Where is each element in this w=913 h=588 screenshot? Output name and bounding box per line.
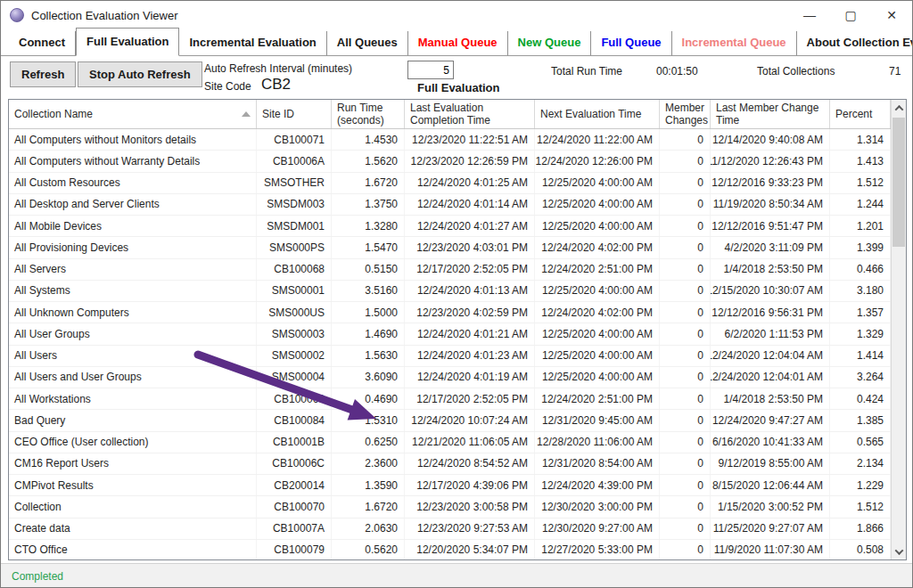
table-row[interactable]: Bad QueryCB1000841.531012/24/2020 10:07:… <box>9 410 891 431</box>
table-row[interactable]: CollectionCB1000701.672012/23/2020 3:00:… <box>9 496 891 518</box>
cell-run-time-seconds: 1.3750 <box>332 194 405 215</box>
scroll-up-icon[interactable] <box>892 100 906 116</box>
tab-manual-queue[interactable]: Manual Queue <box>408 31 508 55</box>
cell-site-id: SMS00002 <box>257 346 332 366</box>
cell-last-evaluation-completion-time: 12/23/2020 12:26:59 PM <box>405 151 535 171</box>
cell-last-member-change-time: 6/16/2020 10:41:33 AM <box>711 432 830 453</box>
cell-next-evaluation-time: 12/25/2020 4:00:00 AM <box>535 281 660 301</box>
cell-percent: 1.866 <box>830 519 891 539</box>
cell-site-id: CB10006C <box>257 453 332 474</box>
table-row[interactable]: CEO Office (User collection)CB10001B0.62… <box>9 432 891 453</box>
table-row[interactable]: All User GroupsSMS000031.469012/24/2020 … <box>9 323 891 345</box>
cell-member-changes: 0 <box>660 388 711 409</box>
sort-ascending-icon <box>242 111 251 117</box>
auto-refresh-interval-input[interactable] <box>407 61 454 79</box>
table-row[interactable]: All Desktop and Server ClientsSMSDM0031.… <box>9 194 891 216</box>
column-header-last-member-change-time[interactable]: Last Member Change Time <box>711 100 830 128</box>
table-row[interactable]: All Computers without Monitors detailsCB… <box>9 129 891 151</box>
cell-site-id: SMSDM001 <box>257 216 332 236</box>
tab-about-collection-evaluation[interactable]: About Collection Evaluation <box>797 31 913 55</box>
cell-collection-name: CTO Office <box>9 540 257 559</box>
stop-auto-refresh-button[interactable]: Stop Auto Refresh <box>78 61 202 87</box>
minimize-icon[interactable]: — <box>789 1 830 29</box>
table-row[interactable]: All SystemsSMS000013.516012/24/2020 4:01… <box>9 281 891 302</box>
tab-incremental-evaluation[interactable]: Incremental Evaluation <box>179 31 326 55</box>
cell-last-member-change-time: 12/12/2016 9:51:47 PM <box>711 216 830 236</box>
table-row[interactable]: All Users and User GroupsSMS000043.60901… <box>9 367 891 388</box>
cell-collection-name: All Users and User Groups <box>9 367 257 388</box>
cell-last-member-change-time: 8/15/2020 12:06:44 AM <box>711 475 830 495</box>
cell-percent: 1.244 <box>830 194 891 215</box>
column-header-label: Member Changes <box>665 102 708 127</box>
cell-site-id: SMS000US <box>257 302 332 323</box>
cell-member-changes: 0 <box>660 216 711 236</box>
cell-site-id: SMS00003 <box>257 323 332 344</box>
cell-member-changes: 0 <box>660 519 711 539</box>
tab-incremental-queue[interactable]: Incremental Queue <box>672 31 797 55</box>
cell-member-changes: 0 <box>660 475 711 495</box>
window-title: Collection Evaluation Viewer <box>31 9 178 22</box>
cell-site-id: SMSDM003 <box>257 194 332 215</box>
grid-body: All Computers without Monitors detailsCB… <box>9 129 891 559</box>
maximize-icon[interactable]: ▢ <box>830 1 871 29</box>
cell-run-time-seconds: 2.3600 <box>332 453 405 474</box>
table-row[interactable]: CM16 Report UsersCB10006C2.360012/24/202… <box>9 453 891 475</box>
column-header-last-evaluation-completion-time[interactable]: Last Evaluation Completion Time <box>405 100 535 128</box>
table-row[interactable]: All Computers without Warranty DetailsCB… <box>9 151 891 172</box>
column-header-member-changes[interactable]: Member Changes <box>660 100 711 128</box>
total-collections-value: 71 <box>889 65 901 78</box>
cell-last-evaluation-completion-time: 12/24/2020 4:01:23 AM <box>405 346 535 366</box>
tab-full-evaluation[interactable]: Full Evaluation <box>76 28 179 56</box>
cell-collection-name: CEO Office (User collection) <box>9 432 257 453</box>
table-row[interactable]: All Unknown ComputersSMS000US1.500012/23… <box>9 302 891 323</box>
total-run-time-value: 00:01:50 <box>656 65 698 78</box>
column-header-collection-name[interactable]: Collection Name <box>9 100 257 128</box>
cell-last-evaluation-completion-time: 12/24/2020 4:01:19 AM <box>405 367 535 388</box>
table-row[interactable]: All Custom ResourcesSMSOTHER1.672012/24/… <box>9 173 891 194</box>
cell-last-evaluation-completion-time: 12/17/2020 2:52:05 PM <box>405 388 535 409</box>
scrollbar-thumb[interactable] <box>892 118 905 247</box>
cell-collection-name: All Systems <box>9 281 257 301</box>
cell-percent: 1.229 <box>830 475 891 495</box>
table-row[interactable]: CMPivot ResultsCB2000141.359012/17/2020 … <box>9 475 891 496</box>
table-row[interactable]: All WorkstationsCB1000690.469012/17/2020… <box>9 388 891 410</box>
cell-last-member-change-time: 11/9/2020 11:07:30 AM <box>711 540 830 559</box>
vertical-scrollbar[interactable] <box>891 100 906 559</box>
cell-last-evaluation-completion-time: 12/24/2020 10:07:24 AM <box>405 410 535 430</box>
table-row[interactable]: All ServersCB1000680.515012/17/2020 2:52… <box>9 259 891 281</box>
cell-collection-name: Collection <box>9 496 257 517</box>
cell-percent: 1.414 <box>830 346 891 366</box>
cell-last-evaluation-completion-time: 12/20/2020 5:34:07 PM <box>405 540 535 559</box>
column-header-run-time-seconds[interactable]: Run Time (seconds) <box>332 100 405 128</box>
close-icon[interactable]: ✕ <box>871 1 912 29</box>
cell-last-member-change-time: 12/24/2020 12:04:04 AM <box>711 346 830 366</box>
cell-last-member-change-time: 4/2/2020 3:11:09 PM <box>711 237 830 257</box>
tab-new-queue[interactable]: New Queue <box>508 31 592 55</box>
column-header-next-evaluation-time[interactable]: Next Evaluation Time <box>535 100 660 128</box>
cell-last-evaluation-completion-time: 12/24/2020 4:01:25 AM <box>405 173 535 193</box>
table-row[interactable]: Create dataCB10007A2.063012/23/2020 9:27… <box>9 519 891 540</box>
table-row[interactable]: All Provisioning DevicesSMS000PS1.547012… <box>9 237 891 258</box>
table-row[interactable]: All Mobile DevicesSMSDM0011.328012/24/20… <box>9 216 891 237</box>
cell-member-changes: 0 <box>660 151 711 171</box>
column-header-site-id[interactable]: Site ID <box>257 100 332 128</box>
cell-site-id: CB200014 <box>257 475 332 495</box>
table-row[interactable]: CTO OfficeCB1000790.562012/20/2020 5:34:… <box>9 540 891 559</box>
title-bar: Collection Evaluation Viewer — ▢ ✕ <box>1 1 912 29</box>
tab-all-queues[interactable]: All Queues <box>327 31 408 55</box>
cell-percent: 1.512 <box>830 496 891 517</box>
cell-last-evaluation-completion-time: 12/24/2020 8:54:52 AM <box>405 453 535 474</box>
cell-run-time-seconds: 1.5310 <box>332 410 405 430</box>
cell-percent: 0.466 <box>830 259 891 280</box>
cell-run-time-seconds: 0.5150 <box>332 259 405 280</box>
refresh-button[interactable]: Refresh <box>10 61 76 87</box>
column-header-percent[interactable]: Percent <box>830 100 891 128</box>
cell-collection-name: All Users <box>9 346 257 366</box>
cell-percent: 2.134 <box>830 453 891 474</box>
scroll-down-icon[interactable] <box>892 543 906 559</box>
cell-last-evaluation-completion-time: 12/24/2020 4:01:13 AM <box>405 281 535 301</box>
tab-connect[interactable]: Connect <box>8 31 76 55</box>
table-row[interactable]: All UsersSMS000021.563012/24/2020 4:01:2… <box>9 346 891 367</box>
cell-last-evaluation-completion-time: 12/23/2020 4:02:59 PM <box>405 302 535 323</box>
tab-full-queue[interactable]: Full Queue <box>591 31 671 55</box>
